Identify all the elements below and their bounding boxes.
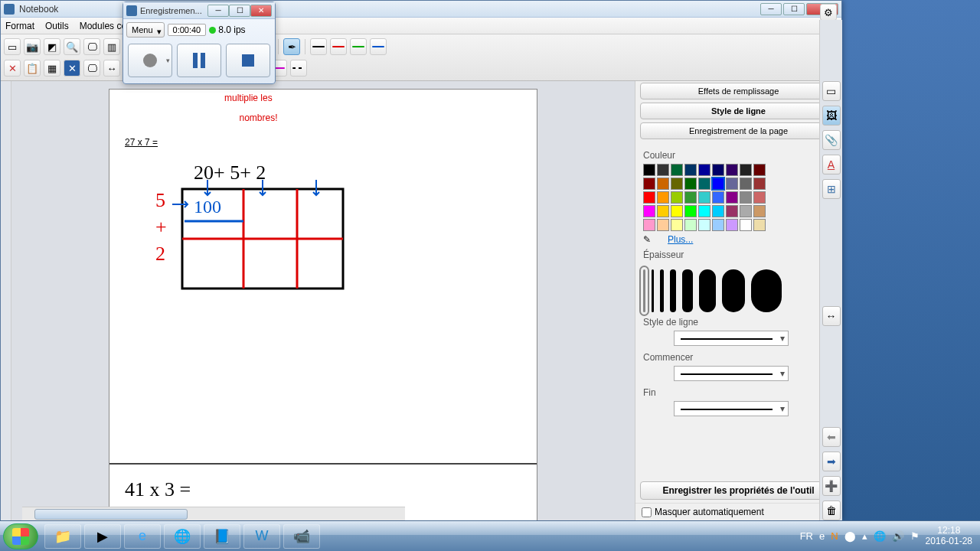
recorder-titlebar[interactable]: Enregistremen...: [123, 2, 275, 19]
tool-crop-icon[interactable]: ◩: [44, 38, 60, 55]
horizontal-scrollbar[interactable]: [22, 507, 405, 520]
tray-flag-icon[interactable]: ⚑: [910, 530, 920, 542]
color-swatch[interactable]: [726, 205, 738, 217]
taskbar-camera[interactable]: 📹: [283, 524, 320, 549]
tool-dual-icon[interactable]: ▥: [103, 38, 120, 55]
color-swatch[interactable]: [643, 191, 655, 204]
color-swatch[interactable]: [657, 164, 669, 176]
thickness-option[interactable]: [751, 269, 782, 312]
minimize-button[interactable]: [760, 3, 782, 15]
page-tray[interactable]: [1, 81, 11, 520]
recorder-minimize[interactable]: [207, 5, 229, 17]
color-swatch[interactable]: [671, 219, 683, 231]
color-swatch[interactable]: [698, 164, 710, 176]
color-swatch[interactable]: [753, 219, 766, 231]
start-arrow-dropdown[interactable]: [674, 366, 789, 381]
color-swatch[interactable]: [671, 205, 683, 217]
record-button[interactable]: ▾: [128, 44, 172, 77]
thickness-option[interactable]: [722, 269, 745, 312]
delete-page-icon[interactable]: 🗑: [822, 500, 841, 520]
color-swatch[interactable]: [740, 178, 752, 190]
recorder-maximize[interactable]: [229, 5, 250, 17]
stroke-preset[interactable]: [310, 38, 327, 55]
taskbar-word[interactable]: W: [243, 524, 280, 549]
tray-n-icon[interactable]: N: [831, 530, 838, 542]
end-arrow-dropdown[interactable]: [674, 401, 789, 416]
color-swatch[interactable]: [753, 191, 766, 204]
thickness-option[interactable]: [643, 269, 645, 312]
save-tool-properties-button[interactable]: Enregistrer les propriétés de l'outil: [640, 481, 837, 500]
paste-icon[interactable]: 📋: [24, 60, 41, 77]
thickness-option[interactable]: [660, 269, 664, 312]
color-swatch[interactable]: [726, 178, 738, 190]
table-icon[interactable]: ▦: [44, 60, 60, 77]
start-button[interactable]: [3, 523, 38, 549]
format-tab[interactable]: A: [822, 155, 841, 174]
taskbar-ie[interactable]: e: [124, 524, 161, 549]
color-swatch[interactable]: [726, 191, 738, 204]
color-swatch[interactable]: [740, 164, 752, 176]
taskbar-notebook[interactable]: 📘: [204, 524, 240, 549]
color-swatch[interactable]: [643, 219, 655, 231]
lang-indicator[interactable]: FR: [800, 530, 813, 542]
color-swatch[interactable]: [726, 219, 738, 231]
recorder-menu-dropdown[interactable]: Menu: [126, 22, 165, 37]
taskbar-chrome[interactable]: 🌐: [164, 524, 201, 549]
color-swatch-selected[interactable]: [712, 178, 724, 190]
color-swatch[interactable]: [684, 191, 697, 204]
menu-outils[interactable]: Outils: [45, 21, 69, 31]
color-swatch[interactable]: [684, 205, 697, 217]
move-tabs-icon[interactable]: ↔: [822, 306, 841, 326]
color-swatch[interactable]: [643, 164, 655, 176]
stop-button[interactable]: [226, 44, 270, 77]
delete-icon[interactable]: ✕: [4, 60, 21, 77]
gallery-tab[interactable]: 🖼: [822, 106, 841, 126]
color-swatch[interactable]: [753, 164, 766, 176]
tool-screen-icon[interactable]: 🖵: [83, 38, 100, 55]
linestyle-dropdown[interactable]: [674, 331, 789, 346]
color-swatch[interactable]: [698, 178, 710, 190]
color-swatch[interactable]: [684, 178, 697, 190]
attachments-tab[interactable]: 📎: [822, 130, 841, 150]
tray-network-icon[interactable]: 🌐: [874, 530, 886, 542]
tool-zoom-icon[interactable]: 🔍: [64, 38, 80, 55]
color-swatch[interactable]: [684, 164, 697, 176]
thickness-option[interactable]: [699, 269, 716, 312]
color-swatch[interactable]: [753, 178, 766, 190]
stroke-preset[interactable]: [330, 38, 347, 55]
add-page-icon[interactable]: ➕: [822, 476, 841, 496]
pause-button[interactable]: [177, 44, 221, 77]
color-swatch[interactable]: [712, 219, 724, 231]
tray-chevron-icon[interactable]: ▴: [862, 530, 867, 542]
color-swatch[interactable]: [753, 205, 766, 217]
color-swatch[interactable]: [643, 205, 655, 217]
tool-camera-icon[interactable]: 📷: [24, 38, 41, 55]
color-swatch[interactable]: [740, 191, 752, 204]
grid-icon[interactable]: ✕: [64, 60, 80, 77]
recorder-window[interactable]: Enregistremen... Menu 0:00:40 8.0 ips ▾: [122, 2, 276, 84]
color-swatch[interactable]: [698, 219, 710, 231]
width-icon[interactable]: ↔: [103, 60, 120, 77]
color-swatch[interactable]: [712, 205, 724, 217]
canvas[interactable]: multiplie les nombres! 27 x 7 = 20+ 5+ 2…: [11, 81, 635, 520]
stroke-preset[interactable]: [350, 38, 367, 55]
color-swatch[interactable]: [712, 191, 724, 204]
monitor-icon[interactable]: 🖵: [83, 60, 100, 77]
color-swatch[interactable]: [671, 191, 683, 204]
tray-ie-icon[interactable]: e: [819, 530, 825, 542]
taskbar-media[interactable]: ▶: [84, 524, 121, 549]
color-swatch[interactable]: [657, 178, 669, 190]
color-swatch[interactable]: [657, 205, 669, 217]
thickness-option[interactable]: [670, 269, 676, 312]
tray-shield-icon[interactable]: ⬤: [844, 530, 856, 542]
more-colors-link[interactable]: Plus...: [668, 234, 693, 245]
maximize-button[interactable]: [783, 3, 805, 15]
color-swatch[interactable]: [671, 178, 683, 190]
color-swatch[interactable]: [698, 205, 710, 217]
next-page-icon[interactable]: ➡: [822, 452, 841, 471]
thickness-option[interactable]: [682, 269, 693, 312]
addons-tab[interactable]: ⊞: [822, 179, 841, 199]
taskbar-explorer[interactable]: 📁: [44, 524, 81, 549]
thickness-option[interactable]: [652, 269, 654, 312]
color-swatch[interactable]: [698, 191, 710, 204]
